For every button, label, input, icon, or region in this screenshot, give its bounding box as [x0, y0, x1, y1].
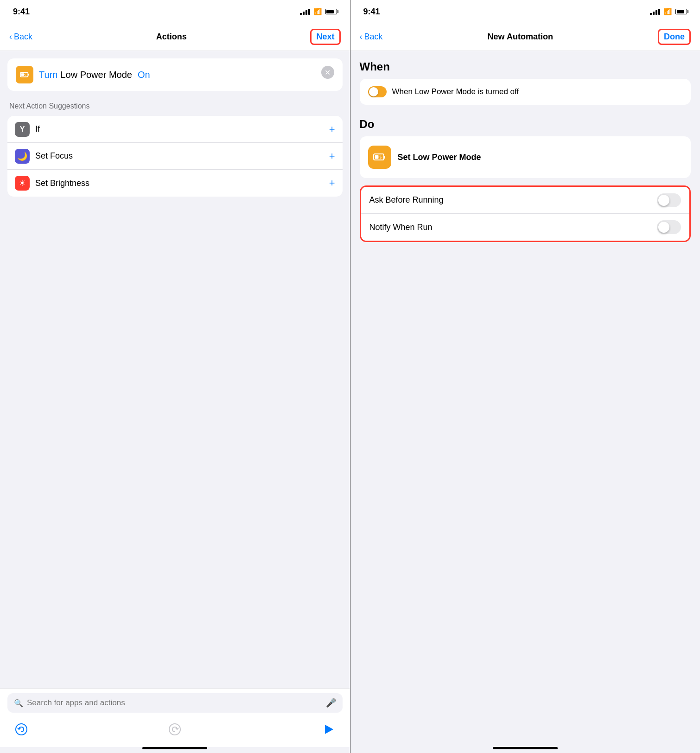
redo-button[interactable]	[165, 719, 185, 740]
when-card: When Low Power Mode is turned off	[360, 79, 691, 105]
action-card: Turn Low Power Mode On ✕	[7, 58, 343, 91]
right-wifi-icon: 📶	[664, 8, 672, 15]
notify-when-run-knob	[658, 222, 669, 233]
power-mode-toggle-icon	[368, 86, 387, 97]
suggestion-brightness[interactable]: ☀ Set Brightness +	[7, 170, 343, 197]
right-chevron-icon: ‹	[360, 32, 363, 42]
svg-rect-8	[384, 156, 385, 159]
signal-icon	[300, 9, 310, 15]
suggestion-if-icon: Y	[15, 122, 30, 137]
suggestion-brightness-icon: ☀	[15, 176, 30, 191]
undo-button[interactable]	[11, 719, 32, 740]
settings-card-inner: Ask Before Running Notify When Run	[361, 187, 690, 241]
suggestion-if-add[interactable]: +	[329, 123, 335, 135]
svg-rect-1	[21, 73, 24, 76]
suggestion-list: Y If + 🌙 Set Focus + ☀ Set Brightness +	[7, 116, 343, 197]
left-status-bar: 9:41 📶	[0, 0, 350, 23]
ask-before-running-toggle[interactable]	[657, 193, 681, 207]
bottom-search-bar: 🔍 🎤	[0, 688, 350, 715]
notify-when-run-toggle[interactable]	[657, 220, 681, 234]
suggestion-focus-label: Set Focus	[35, 151, 329, 161]
svg-rect-2	[28, 74, 29, 76]
wifi-icon: 📶	[314, 8, 322, 15]
right-nav-bar: ‹ Back New Automation Done	[350, 23, 700, 51]
action-text: Turn Low Power Mode On	[39, 66, 316, 80]
search-input[interactable]	[27, 698, 322, 708]
action-main-label: Low Power Mode	[60, 70, 132, 80]
done-button[interactable]: Done	[658, 29, 691, 45]
action-on-label[interactable]: On	[138, 70, 150, 80]
play-icon	[322, 723, 335, 736]
right-status-bar: 9:41 📶	[350, 0, 700, 23]
next-button[interactable]: Next	[310, 29, 340, 45]
right-nav-title: New Automation	[488, 32, 553, 42]
left-nav-title: Actions	[156, 32, 187, 42]
left-status-time: 9:41	[13, 7, 30, 17]
left-nav-bar: ‹ Back Actions Next	[0, 23, 350, 51]
right-home-indicator	[493, 747, 558, 749]
suggestion-focus-icon: 🌙	[15, 149, 30, 164]
suggestion-brightness-label: Set Brightness	[35, 179, 329, 188]
settings-card: Ask Before Running Notify When Run	[360, 185, 691, 242]
right-signal-icon	[650, 9, 660, 15]
battery-icon	[325, 9, 337, 14]
mic-icon[interactable]: 🎤	[326, 698, 336, 708]
ask-before-running-knob	[658, 195, 669, 206]
notify-when-run-row: Notify When Run	[361, 214, 690, 241]
ask-before-running-label: Ask Before Running	[369, 195, 444, 205]
left-phone-screen: 9:41 📶 ‹ Back Actions Next	[0, 0, 350, 753]
svg-rect-7	[375, 155, 378, 159]
svg-marker-5	[325, 725, 333, 734]
do-action-label: Set Low Power Mode	[398, 153, 481, 162]
left-home-indicator	[142, 747, 207, 749]
right-status-time: 9:41	[363, 7, 380, 17]
left-back-button[interactable]: ‹ Back	[9, 32, 32, 42]
when-description: When Low Power Mode is turned off	[392, 87, 519, 96]
when-title: When	[360, 60, 691, 73]
right-phone-screen: 9:41 📶 ‹ Back New Automation Done When	[350, 0, 700, 753]
svg-point-3	[16, 724, 27, 735]
suggestion-focus[interactable]: 🌙 Set Focus +	[7, 143, 343, 170]
action-icon	[16, 66, 33, 83]
suggestions-section-label: Next Action Suggestions	[7, 102, 343, 110]
suggestion-if[interactable]: Y If +	[7, 116, 343, 143]
undo-icon	[15, 723, 28, 736]
left-status-icons: 📶	[300, 8, 337, 15]
do-action-icon	[368, 146, 391, 169]
search-row: 🔍 🎤	[7, 693, 343, 713]
left-screen-content: Turn Low Power Mode On ✕ Next Action Sug…	[0, 51, 350, 688]
suggestion-if-label: If	[35, 124, 329, 134]
left-chevron-icon: ‹	[9, 32, 12, 42]
redo-icon	[168, 723, 181, 736]
action-turn-label: Turn	[39, 70, 57, 80]
right-battery-icon	[675, 9, 687, 14]
bottom-toolbar	[0, 715, 350, 747]
action-close-button[interactable]: ✕	[321, 66, 334, 79]
suggestion-focus-add[interactable]: +	[329, 150, 335, 162]
suggestion-brightness-add[interactable]: +	[329, 177, 335, 189]
notify-when-run-label: Notify When Run	[369, 223, 433, 232]
right-spacer	[350, 408, 700, 747]
battery-action-icon	[19, 70, 30, 80]
search-icon: 🔍	[14, 699, 23, 708]
do-battery-icon	[373, 150, 387, 164]
svg-point-4	[169, 724, 180, 735]
ask-before-running-row: Ask Before Running	[361, 187, 690, 214]
play-button[interactable]	[318, 719, 339, 740]
right-status-icons: 📶	[650, 8, 687, 15]
do-title: Do	[360, 118, 691, 131]
do-card: Set Low Power Mode	[360, 136, 691, 178]
right-screen-content: When When Low Power Mode is turned off D…	[350, 51, 700, 408]
right-back-button[interactable]: ‹ Back	[360, 32, 383, 42]
